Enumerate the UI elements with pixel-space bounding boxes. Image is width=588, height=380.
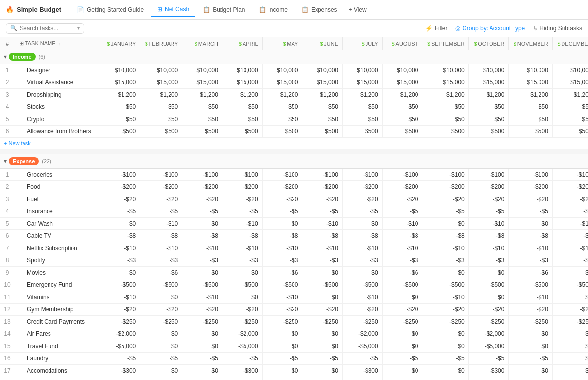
money-cell: $0 xyxy=(182,365,222,377)
table-row: 6Allowance from Brothers$500$500$500$500… xyxy=(0,126,588,138)
tab-getting-started-label: Getting Started Guide xyxy=(87,6,144,13)
money-cell: -$8 xyxy=(262,230,302,242)
money-cell: -$5 xyxy=(343,353,383,365)
col-header-jan: $JANUARY xyxy=(100,37,140,50)
money-cell: -$5,000 xyxy=(222,340,262,353)
search-icon: 🔍 xyxy=(10,25,17,31)
money-cell: -$3 xyxy=(140,254,182,267)
money-cell: -$100 xyxy=(100,377,140,380)
money-cell: $500 xyxy=(509,126,552,138)
table-container: # ⊞ TASK NAME ↕ $JANUARY $FEBRUARY $MARC… xyxy=(0,37,588,380)
money-cell: -$200 xyxy=(343,181,383,193)
filter-button[interactable]: ⚡ Filter xyxy=(425,25,448,32)
money-cell: $0 xyxy=(343,267,383,279)
money-cell: $0 xyxy=(422,218,468,230)
money-cell: $15,000 xyxy=(140,76,182,89)
money-cell: -$5 xyxy=(262,353,302,365)
tab-budget-plan-label: Budget Plan xyxy=(213,6,245,13)
row-number: 13 xyxy=(0,316,15,328)
money-cell: $10,000 xyxy=(552,64,588,76)
table-row: 7Netflix Subscription-$10-$10-$10-$10-$1… xyxy=(0,242,588,254)
row-task-name: Groceries xyxy=(15,169,100,181)
money-cell: $0 xyxy=(382,340,422,353)
money-cell: -$10 xyxy=(100,291,140,304)
money-cell: -$20 xyxy=(262,304,302,316)
col-header-num: # xyxy=(0,37,15,50)
row-number: 7 xyxy=(0,242,15,254)
money-cell: $0 xyxy=(343,218,383,230)
money-cell: -$300 xyxy=(100,365,140,377)
money-cell: -$10 xyxy=(509,242,552,254)
money-cell: $0 xyxy=(422,365,468,377)
add-view-button[interactable]: + View xyxy=(345,4,370,15)
search-box[interactable]: 🔍 ▾ xyxy=(6,23,84,34)
money-cell: $50 xyxy=(382,113,422,126)
money-cell: -$100 xyxy=(382,169,422,181)
expense-collapse-icon[interactable]: ▾ xyxy=(4,158,7,165)
row-number: 6 xyxy=(0,126,15,138)
money-cell: $0 xyxy=(182,328,222,340)
col-header-task-name: ⊞ TASK NAME ↕ xyxy=(15,37,100,50)
new-income-task-button[interactable]: + New task xyxy=(0,138,588,149)
table-row: 14Air Fares-$2,000$0$0-$2,000$0$0-$2,000… xyxy=(0,328,588,340)
income-collapse-icon[interactable]: ▾ xyxy=(4,53,7,60)
money-cell: $0 xyxy=(302,328,343,340)
money-cell: $0 xyxy=(552,340,588,353)
money-cell: -$5 xyxy=(100,205,140,218)
expense-badge: Expense xyxy=(9,157,39,165)
filter-label: Filter xyxy=(435,25,448,32)
row-task-name: Spotify xyxy=(15,254,100,267)
tab-getting-started[interactable]: 📄 Getting Started Guide xyxy=(71,3,149,16)
money-cell: -$100 xyxy=(182,169,222,181)
money-cell: $10,000 xyxy=(222,64,262,76)
section-spacer xyxy=(0,149,588,154)
money-cell: -$2,000 xyxy=(222,328,262,340)
money-cell: $15,000 xyxy=(100,76,140,89)
money-cell: $0 xyxy=(382,291,422,304)
tab-expenses[interactable]: 📋 Expenses xyxy=(295,3,343,16)
money-cell: -$100 xyxy=(509,169,552,181)
money-cell: $0 xyxy=(382,365,422,377)
money-cell: -$20 xyxy=(182,193,222,205)
row-task-name: Crypto xyxy=(15,113,100,126)
money-cell: $50 xyxy=(343,101,383,113)
row-task-name: Insurance xyxy=(15,205,100,218)
money-cell: -$5,000 xyxy=(100,340,140,353)
row-number: 3 xyxy=(0,89,15,101)
money-cell: $500 xyxy=(382,126,422,138)
search-input[interactable] xyxy=(20,25,73,32)
row-task-name: Netflix Subscription xyxy=(15,242,100,254)
money-cell: -$10 xyxy=(262,291,302,304)
money-cell: -$3 xyxy=(422,254,468,267)
money-cell: $50 xyxy=(222,101,262,113)
tab-budget-plan[interactable]: 📋 Budget Plan xyxy=(197,3,250,16)
money-cell: -$10 xyxy=(382,218,422,230)
row-task-name: Cable TV xyxy=(15,230,100,242)
income-icon: 📋 xyxy=(259,6,266,13)
money-cell: -$5 xyxy=(302,353,343,365)
money-cell: $500 xyxy=(343,126,383,138)
money-cell: -$250 xyxy=(182,316,222,328)
hiding-subtasks-button[interactable]: ↳ Hiding Subtasks xyxy=(533,25,582,32)
money-cell: -$100 xyxy=(552,169,588,181)
table-row: 4Insurance-$5-$5-$5-$5-$5-$5-$5-$5-$5-$5… xyxy=(0,205,588,218)
filter-icon: ⚡ xyxy=(425,25,433,32)
money-cell: -$20 xyxy=(100,193,140,205)
table-row: 17Accomodations-$300$0$0-$300$0$0-$300$0… xyxy=(0,365,588,377)
tab-net-cash[interactable]: ⊞ Net Cash xyxy=(151,3,195,17)
money-cell: -$100 xyxy=(468,377,509,380)
expenses-icon: 📋 xyxy=(301,6,309,13)
money-cell: -$20 xyxy=(302,193,343,205)
row-task-name: Credit Card Payments xyxy=(15,316,100,328)
group-by-button[interactable]: ◎ Group by: Account Type xyxy=(455,25,525,32)
money-cell: -$8 xyxy=(140,230,182,242)
money-cell: $15,000 xyxy=(262,76,302,89)
money-cell: $0 xyxy=(302,291,343,304)
money-cell: -$5 xyxy=(140,353,182,365)
money-cell: -$100 xyxy=(100,169,140,181)
money-cell: -$10 xyxy=(222,242,262,254)
money-cell: $0 xyxy=(182,340,222,353)
money-cell: $0 xyxy=(140,291,182,304)
tab-income[interactable]: 📋 Income xyxy=(253,3,294,16)
top-navigation: 🔥 Simple Budget 📄 Getting Started Guide … xyxy=(0,0,588,20)
